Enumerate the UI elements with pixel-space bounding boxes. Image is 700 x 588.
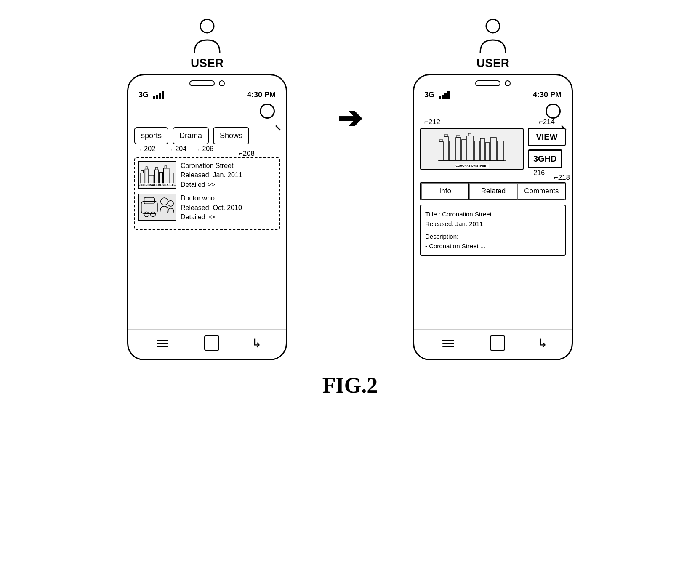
right-home-btn[interactable] (490, 335, 505, 351)
right-time: 4:30 PM (533, 90, 562, 99)
right-view-area: CORONATION STREET VIEW 3GHD ⌐216 (420, 128, 566, 170)
right-phone-camera (505, 80, 511, 86)
sports-ref: ⌐202 (140, 145, 155, 153)
right-tabs-row: Info Related Comments (420, 182, 566, 200)
coronation-street-text: Coronation Street Released: Jan. 2011 De… (181, 161, 242, 189)
right-thumb-label: CORONATION STREET (455, 164, 490, 168)
cs-detail[interactable]: Detailed >> (181, 180, 242, 189)
left-back-icon[interactable]: ↳ (252, 336, 261, 350)
svg-point-17 (161, 198, 168, 205)
svg-rect-7 (155, 168, 158, 170)
figure-caption: FIG.2 (322, 373, 378, 398)
sports-button[interactable]: sports (134, 127, 168, 144)
menu-line3 (157, 346, 168, 347)
left-category-btns: sports Drama Shows (134, 127, 280, 144)
bar1 (153, 96, 155, 99)
right-user-section: USER (476, 17, 509, 70)
main-container: USER ⌐200 3G (127, 17, 573, 360)
left-user-icon (192, 17, 222, 55)
doctor-who-thumb (138, 194, 176, 221)
svg-point-18 (168, 201, 173, 206)
right-phone-bottom-bar: ↳ (414, 329, 572, 359)
right-phone-frame: 3G 4:30 PM (413, 74, 573, 360)
right-content-thumb: CORONATION STREET (420, 128, 524, 170)
dw-detail[interactable]: Detailed >> (181, 213, 242, 222)
left-user-section: USER (191, 17, 224, 70)
right-cityscape-svg (421, 129, 523, 163)
menu-line2 (157, 343, 168, 344)
right-signal-text: 3G (424, 90, 434, 99)
left-search-icon[interactable] (260, 104, 278, 122)
right-status-left: 3G (424, 90, 450, 99)
left-phone-camera (219, 80, 225, 86)
info-released: Released: Jan. 2011 (425, 219, 561, 229)
coronation-street-item[interactable]: CORONATION STREET Coronation Street Rele… (138, 161, 276, 189)
right-view-section: ⌐212 ⌐214 (420, 126, 566, 170)
svg-rect-10 (165, 166, 167, 168)
rbar4 (447, 91, 450, 99)
menu-line1 (157, 340, 168, 341)
left-search-circle (260, 104, 275, 119)
left-home-btn[interactable] (204, 335, 219, 351)
right-user-label: USER (476, 56, 509, 70)
dashed-ref-label: ⌐208 (239, 149, 255, 158)
svg-rect-30 (474, 141, 479, 161)
svg-rect-25 (456, 138, 461, 161)
left-list-section: ⌐208 (134, 157, 280, 230)
left-phone-content: sports Drama Shows ⌐202 ⌐204 ⌐206 ⌐208 (128, 100, 286, 329)
right-menu-icon[interactable] (439, 335, 458, 351)
tab-comments[interactable]: Comments (517, 183, 565, 200)
bar4 (162, 91, 164, 99)
svg-rect-9 (163, 168, 169, 185)
arrow-container: ➔ (338, 101, 362, 136)
right-search-circle (546, 104, 561, 119)
left-phone-wrapper: USER ⌐200 3G (127, 17, 287, 360)
left-phone-frame: 3G 4:30 PM (127, 74, 287, 360)
svg-rect-2 (141, 170, 144, 173)
btn-ref: ⌐214 (539, 118, 555, 126)
svg-point-19 (486, 19, 500, 33)
svg-rect-28 (467, 136, 474, 161)
bar3 (159, 93, 161, 99)
bar2 (156, 95, 158, 99)
right-signal-bars (439, 91, 450, 99)
svg-rect-32 (485, 143, 490, 161)
tabs-ref: ⌐218 (554, 173, 570, 182)
svg-rect-23 (445, 134, 447, 137)
right-phone-top-bar (414, 75, 572, 90)
tab-info[interactable]: Info (421, 183, 469, 200)
dw-released: Released: Oct. 2010 (181, 203, 242, 213)
ghd-container: 3GHD ⌐216 (528, 149, 566, 168)
view-button[interactable]: VIEW (528, 128, 566, 146)
right-back-icon[interactable]: ↳ (538, 336, 547, 350)
svg-rect-13 (141, 202, 157, 214)
cs-title: Coronation Street (181, 161, 242, 170)
svg-rect-21 (440, 139, 442, 142)
coronation-thumb-label: CORONATION STREET (140, 183, 174, 187)
svg-rect-4 (146, 167, 147, 169)
right-user-icon (478, 17, 508, 55)
info-title: Title : Coronation Street (425, 210, 561, 219)
thumb-ref: ⌐212 (424, 118, 440, 126)
right-phone-outer: ⌐210 3G 4:30 (413, 74, 573, 360)
left-menu-icon[interactable] (153, 335, 172, 351)
drama-button[interactable]: Drama (173, 127, 209, 144)
shows-button[interactable]: Shows (213, 127, 249, 144)
dw-title: Doctor who (181, 194, 242, 203)
tab-related[interactable]: Related (469, 183, 517, 200)
svg-point-15 (144, 212, 149, 217)
svg-rect-26 (457, 135, 460, 138)
doctor-who-text: Doctor who Released: Oct. 2010 Detailed … (181, 194, 242, 222)
doctor-who-item[interactable]: Doctor who Released: Oct. 2010 Detailed … (138, 194, 276, 222)
left-phone-bottom-bar: ↳ (128, 329, 286, 359)
left-signal-bars (153, 91, 164, 99)
svg-point-16 (151, 212, 155, 217)
left-signal-text: 3G (138, 90, 149, 99)
right-phone-speaker (475, 80, 500, 86)
right-status-bar: 3G 4:30 PM (414, 90, 572, 100)
left-phone-speaker (189, 80, 215, 86)
ghd-button[interactable]: 3GHD (528, 149, 562, 168)
right-phone-content: ⌐212 ⌐214 (414, 100, 572, 329)
left-dashed-box: CORONATION STREET Coronation Street Rele… (134, 157, 280, 230)
svg-rect-20 (439, 142, 443, 161)
